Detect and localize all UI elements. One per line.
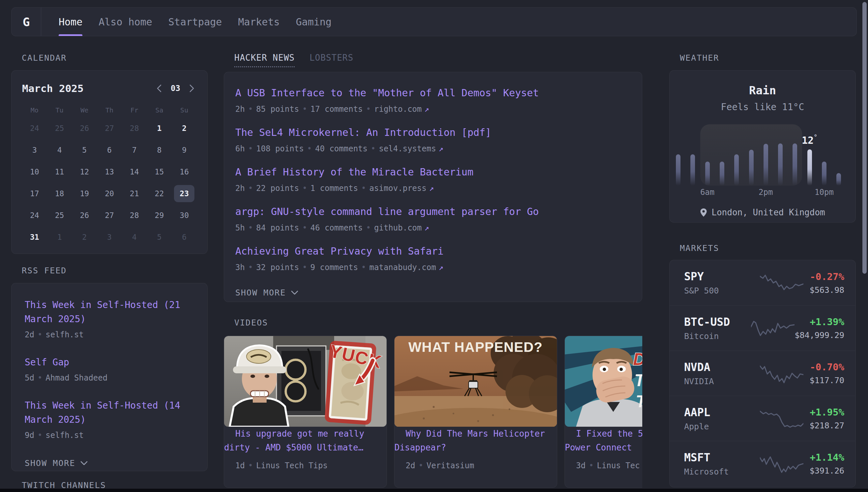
rss-show-more-button[interactable]: SHOW MORE [25, 458, 194, 468]
calendar-day: 20 [97, 183, 122, 204]
window-bottom-edge [0, 489, 868, 492]
market-sparkline [754, 361, 810, 386]
calendar-day: 1 [47, 226, 72, 248]
calendar-prev-button[interactable] [156, 84, 162, 93]
news-item-age: 6h [235, 144, 245, 153]
logo[interactable]: G [11, 7, 41, 36]
news-show-more-button[interactable]: SHOW MORE [235, 288, 631, 297]
left-column: CALENDAR March 2025 03 MoTuWeThFrSaSu242… [11, 53, 208, 490]
video-meta: 2d•Veritasium [406, 461, 546, 470]
calendar-weekday: Tu [47, 103, 72, 117]
weather-location-text: London, United Kingdom [711, 207, 825, 217]
rss-item-title[interactable]: This Week in Self-Hosted (14 March 2025) [25, 400, 180, 425]
weather-hour-labels: 6am2pm10pm [678, 188, 847, 198]
news-item-title[interactable]: Achieving Great Privacy with Safari [235, 245, 444, 257]
video-thumbnail[interactable]: ​ WHAT HAPPENED? [394, 336, 557, 427]
calendar-day-number: 23 [174, 185, 194, 202]
video-age: 2d [406, 461, 415, 470]
market-quote: +1.14%$391.26 [810, 452, 844, 475]
nav-item-also-home[interactable]: Also home [99, 7, 152, 36]
calendar-day-number: 4 [132, 233, 137, 241]
sparkline-chart [760, 405, 804, 431]
weather-widget: Rain Feels like 11°C 12° 6am2pm10pm Lond… [669, 70, 856, 223]
rss-item-title[interactable]: Self Gap [25, 357, 69, 368]
calendar-day-number: 3 [32, 146, 37, 154]
rss-show-more-label: SHOW MORE [25, 458, 75, 468]
market-symbol: BTC-USD [684, 316, 751, 328]
market-price: $391.26 [810, 466, 844, 475]
news-item-title[interactable]: A Brief History of the Miracle Bacterium [235, 166, 473, 178]
news-item: Achieving Great Privacy with Safari3h•32… [235, 245, 631, 272]
bullet-separator: • [248, 184, 253, 193]
news-item-meta: 3h•32 points•9 comments•matanabudy.com↗ [235, 263, 631, 272]
news-item-title[interactable]: argp: GNU-style command line argument pa… [235, 206, 539, 217]
video-card[interactable]: ​ WHAT HAPPENED? Why Did The Mars Helico… [394, 336, 557, 488]
bullet-separator: • [589, 461, 594, 470]
market-row-nvda[interactable]: NVDANVIDIA-0.70%$117.70 [669, 350, 856, 396]
market-sparkline [754, 270, 810, 296]
rss-item-age: 5d [25, 373, 34, 383]
nav-item-startpage[interactable]: Startpage [168, 7, 222, 36]
rss-item-meta: 5d•Ahmad Shadeed [25, 373, 194, 383]
market-row-btc-usd[interactable]: BTC-USDBitcoin+1.39%$84,999.29 [669, 305, 856, 350]
news-item-points: 85 points [256, 104, 299, 114]
nav-item-home[interactable]: Home [59, 7, 82, 36]
video-card[interactable]: DO TH T I Fixed the 5 Power Connect3d•Li… [564, 336, 642, 488]
chevron-down-icon [291, 291, 298, 295]
video-channel: Linus Tech Tips [256, 461, 327, 470]
calendar-day: 5 [147, 226, 172, 248]
news-item-comments-link[interactable]: 1 comments [310, 184, 358, 193]
video-thumbnail[interactable]: YUCK [224, 336, 387, 427]
calendar-day-number: 21 [130, 189, 139, 198]
news-item-comments-link[interactable]: 17 comments [310, 104, 363, 114]
news-item-domain-link[interactable]: righto.com↗ [374, 104, 429, 114]
news-item-title[interactable]: The SeL4 Microkernel: An Introduction [p… [235, 127, 491, 138]
news-item-comments-link[interactable]: 9 comments [310, 263, 358, 272]
news-item-title[interactable]: A USB Interface to the "Mother of All De… [235, 87, 539, 99]
news-item-domain-link[interactable]: sel4.systems↗ [379, 144, 444, 153]
news-item-points: 108 points [256, 144, 304, 153]
news-item-points: 22 points [256, 184, 299, 193]
temperature-bar-current [807, 149, 812, 186]
market-row-spy[interactable]: SPYS&P 500-0.27%$563.98 [669, 260, 856, 305]
calendar-day-number: 2 [182, 124, 186, 132]
calendar-next-button[interactable] [189, 84, 195, 93]
calendar-day: 3 [97, 226, 122, 248]
bullet-separator: • [37, 373, 42, 383]
video-thumbnail[interactable]: DO TH T [565, 336, 642, 427]
market-row-msft[interactable]: MSFTMicrosoft+1.14%$391.26 [669, 441, 856, 486]
calendar-day-number: 31 [30, 233, 39, 241]
calendar-day: 11 [47, 161, 72, 183]
video-title[interactable]: Why Did The Mars Helicopter Disappear? [394, 429, 545, 452]
market-identity: NVDANVIDIA [684, 361, 754, 386]
calendar-day-number: 3 [107, 233, 112, 241]
calendar-day: 2 [72, 226, 97, 248]
rss-item-source: selfh.st [46, 430, 84, 440]
calendar-month-badge: 03 [171, 84, 180, 93]
news-item-comments-link[interactable]: 40 comments [315, 144, 367, 153]
market-identity: BTC-USDBitcoin [684, 316, 751, 341]
video-thumbnail-image: DO TH T [565, 336, 642, 427]
video-card[interactable]: YUCK His upgrade got me really dirty - A… [224, 336, 387, 488]
bullet-separator: • [371, 144, 375, 153]
market-change-percent: +1.14% [810, 452, 844, 463]
tab-lobsters[interactable]: LOBSTERS [310, 53, 353, 63]
temperature-bar [734, 154, 739, 186]
video-title[interactable]: His upgrade got me really dirty - AMD $5… [224, 429, 364, 452]
calendar-day: 14 [122, 161, 147, 183]
news-item-comments-link[interactable]: 46 comments [310, 223, 363, 232]
nav-item-markets[interactable]: Markets [238, 7, 280, 36]
news-item-domain-link[interactable]: github.com↗ [374, 223, 429, 232]
tab-hacker-news[interactable]: HACKER NEWS [234, 53, 295, 67]
calendar-day: 24 [22, 117, 47, 139]
news-item-domain-link[interactable]: asimov.press↗ [369, 184, 434, 193]
market-name: Apple [684, 422, 754, 431]
nav-item-gaming[interactable]: Gaming [296, 7, 332, 36]
rss-item-title[interactable]: This Week in Self-Hosted (21 March 2025) [25, 299, 180, 324]
market-row-aapl[interactable]: AAPLApple+1.95%$218.27 [669, 396, 856, 441]
scrollbar-thumb[interactable] [862, 2, 867, 274]
news-item-age: 2h [235, 104, 245, 114]
news-item-domain-link[interactable]: matanabudy.com↗ [369, 263, 444, 272]
calendar-weekday: Fr [122, 103, 147, 117]
video-title[interactable]: I Fixed the 5 Power Connect [565, 429, 642, 452]
